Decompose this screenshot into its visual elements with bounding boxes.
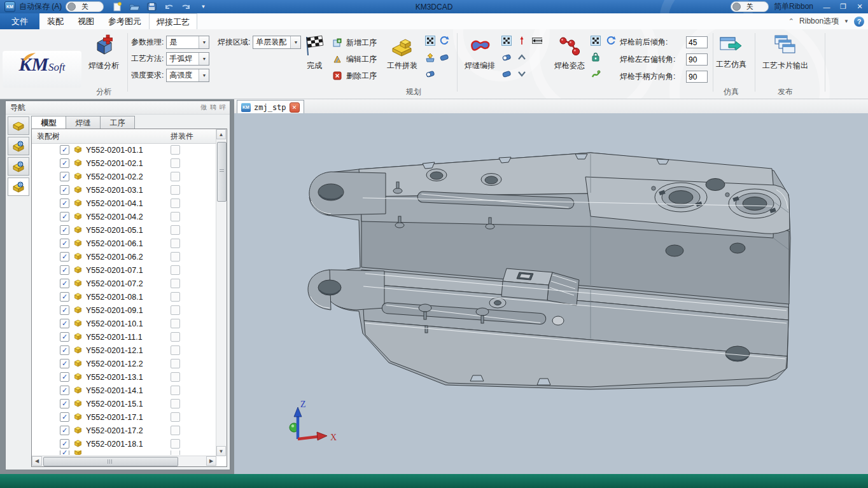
panel-button-3[interactable]: 哶 — [220, 103, 226, 112]
weld-bead-half-icon[interactable] — [425, 69, 435, 79]
move-down-icon[interactable] — [517, 69, 527, 79]
weld-analysis-button[interactable]: 焊缝分析 — [85, 34, 123, 71]
tab-assembly[interactable]: 装配 — [41, 13, 70, 29]
scroll-right-button[interactable]: ▶ — [206, 456, 216, 466]
tree-item-row[interactable]: ✓ Y552-0201-04.1 — [32, 197, 216, 210]
tab-reference[interactable]: 参考图元 — [102, 13, 148, 29]
delete-operation-button[interactable]: 删除工序 — [332, 67, 377, 84]
model-visibility-checkbox[interactable]: ✓ — [60, 158, 69, 168]
tree-item-row[interactable]: ✓ Y552-0201-07.2 — [32, 277, 216, 290]
tree-item-row[interactable]: ✓ Y552-0201-12.2 — [32, 357, 216, 370]
tree-item-row[interactable]: ✓ Y552-0201-09.1 — [32, 303, 216, 317]
process-card-output-button[interactable]: 工艺卡片输出 — [757, 34, 813, 71]
model-visibility-checkbox[interactable]: ✓ — [60, 305, 69, 315]
tab-file[interactable]: 文件 — [0, 13, 39, 29]
tree-item-row[interactable]: ✓ Y552-0201-11.1 — [32, 330, 216, 344]
model-visibility-checkbox[interactable]: ✓ — [60, 252, 69, 261]
model-visibility-checkbox[interactable]: ✓ — [60, 239, 69, 248]
document-tab[interactable]: KM zmj_stp ✕ — [237, 100, 304, 114]
tab-weld-seam[interactable]: 焊缝 — [66, 116, 101, 130]
edit-operation-button[interactable]: 编辑工序 — [332, 51, 377, 67]
torch-pose-button[interactable]: 焊枪姿态 — [550, 34, 589, 71]
minimize-button[interactable]: — — [818, 0, 835, 13]
assembly-part-checkbox[interactable] — [171, 386, 180, 395]
assembly-part-checkbox[interactable] — [171, 239, 180, 248]
add-operation-button[interactable]: 新增工序 — [332, 34, 377, 51]
horizontal-scrollbar[interactable]: ◀ ▶ — [32, 456, 216, 466]
assembly-part-checkbox[interactable] — [171, 450, 180, 455]
tree-item-row[interactable]: ✓ Y552-0201-02.1 — [32, 157, 216, 170]
tree-item-row[interactable]: ✓ Y552-0201-12.1 — [32, 344, 216, 357]
tree-item-row[interactable]: ✓ Y552-0201-13.1 — [32, 370, 216, 384]
nav-view-button-assembly-3[interactable] — [8, 178, 29, 196]
model-visibility-checkbox[interactable]: ✓ — [60, 279, 69, 288]
tree-item-row[interactable]: ✓ Y552-0201-08.1 — [32, 290, 216, 303]
model-visibility-checkbox[interactable]: ✓ — [60, 172, 69, 181]
nav-view-button-part[interactable] — [8, 116, 29, 135]
tree-item-row[interactable]: ✓ Y552-0201-06.2 — [32, 250, 216, 263]
weld-bead-icon[interactable] — [501, 69, 512, 79]
assembly-part-checkbox[interactable] — [171, 345, 180, 355]
assembly-part-checkbox[interactable] — [171, 359, 180, 368]
model-visibility-checkbox[interactable]: ✓ — [60, 225, 69, 235]
process-simulation-button[interactable]: 工艺仿真 — [711, 34, 751, 70]
assembly-part-checkbox[interactable] — [171, 252, 180, 261]
tab-view[interactable]: 视图 — [71, 13, 101, 29]
param-inference-select[interactable]: 是 ▼ — [166, 36, 209, 49]
nav-view-button-assembly-1[interactable] — [8, 137, 29, 155]
process-method-select[interactable]: 手弧焊 ▼ — [166, 52, 209, 66]
assembly-part-checkbox[interactable] — [171, 426, 180, 435]
model-visibility-checkbox[interactable]: ✓ — [60, 345, 69, 355]
assembly-part-checkbox[interactable] — [171, 265, 180, 275]
assembly-part-checkbox[interactable] — [171, 305, 180, 315]
model-visibility-checkbox[interactable]: ✓ — [60, 199, 69, 208]
finish-small-icon[interactable] — [425, 36, 435, 46]
panel-button-1[interactable]: 做 — [200, 103, 207, 112]
model-visibility-checkbox[interactable]: ✓ — [60, 265, 69, 275]
weld-region-select[interactable]: 单层装配 ▼ — [253, 36, 301, 49]
assembly-part-checkbox[interactable] — [171, 199, 180, 208]
model-visibility-checkbox[interactable]: ✓ — [60, 439, 69, 449]
assembly-part-checkbox[interactable] — [171, 172, 180, 181]
tree-item-row[interactable]: ✓ Y552-0201-04.2 — [32, 210, 216, 223]
model-visibility-checkbox[interactable]: ✓ — [60, 372, 69, 382]
torch-handle-angle-input[interactable] — [686, 71, 708, 83]
torch-pitch-angle-input[interactable] — [686, 36, 708, 48]
assembly-part-checkbox[interactable] — [171, 225, 180, 235]
model-visibility-checkbox[interactable]: ✓ — [60, 185, 69, 195]
3d-model[interactable]: .L{fill:#b5bdc4;stroke:#363c41;stroke-wi… — [234, 113, 868, 474]
assembly-part-checkbox[interactable] — [171, 279, 180, 288]
model-visibility-checkbox[interactable]: ✓ — [60, 412, 69, 422]
part-assembly-button[interactable]: 工件拼装 — [382, 34, 422, 71]
lock-pose-icon[interactable] — [591, 52, 601, 62]
tree-item-row[interactable]: ✓ — [32, 450, 216, 455]
scroll-up-button[interactable]: ▲ — [216, 129, 226, 139]
tree-item-row[interactable]: ✓ Y552-0201-06.1 — [32, 237, 216, 250]
assembly-part-checkbox[interactable] — [171, 372, 180, 382]
panel-button-2[interactable]: 聘 — [210, 103, 216, 112]
model-visibility-checkbox[interactable]: ✓ — [60, 212, 69, 221]
tree-item-row[interactable]: ✓ Y552-0201-07.1 — [32, 263, 216, 277]
measure-icon[interactable] — [532, 36, 542, 46]
assembly-part-checkbox[interactable] — [171, 332, 180, 342]
vertical-scrollbar[interactable]: ▲ ▼ — [216, 129, 227, 456]
ribbon-mode-toggle[interactable]: 关 — [731, 1, 769, 12]
collapse-ribbon-icon[interactable]: ⌃ — [788, 17, 794, 25]
tab-model[interactable]: 模型 — [31, 116, 66, 130]
model-visibility-checkbox[interactable]: ✓ — [60, 450, 69, 455]
move-up-icon[interactable] — [517, 52, 527, 62]
assembly-part-checkbox[interactable] — [171, 185, 180, 195]
scroll-left-button[interactable]: ◀ — [32, 456, 42, 466]
help-icon[interactable]: ? — [854, 17, 864, 27]
tree-item-row[interactable]: ✓ Y552-0201-03.1 — [32, 183, 216, 197]
finish-small-icon[interactable] — [501, 36, 512, 46]
assembly-part-checkbox[interactable] — [171, 145, 180, 155]
tree-item-row[interactable]: ✓ Y552-0201-01.1 — [32, 143, 216, 157]
torch-path-icon[interactable] — [591, 69, 601, 79]
assembly-part-checkbox[interactable] — [171, 399, 180, 408]
ribbon-options-caret-icon[interactable]: ▼ — [844, 18, 849, 24]
tree-item-row[interactable]: ✓ Y552-0201-17.2 — [32, 424, 216, 437]
3d-canvas[interactable]: .L{fill:#b5bdc4;stroke:#363c41;stroke-wi… — [234, 113, 868, 474]
weld-direction-icon[interactable] — [517, 36, 527, 46]
document-close-icon[interactable]: ✕ — [290, 102, 300, 113]
